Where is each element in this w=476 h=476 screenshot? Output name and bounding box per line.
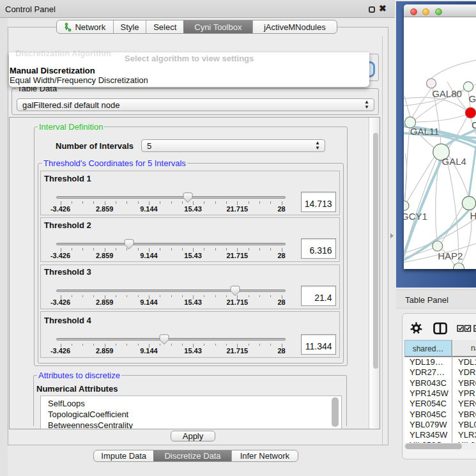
svg-text:GAL: GAL [469,93,476,104]
svg-text:HAP2: HAP2 [438,250,463,261]
svg-text:GAL4: GAL4 [442,156,466,167]
svg-text:GAL11: GAL11 [410,126,440,137]
svg-text:GCY1: GCY1 [404,211,427,222]
svg-text:GAL80: GAL80 [432,88,462,99]
svg-text:CR: CR [472,119,476,130]
svg-text:HI: HI [470,210,476,221]
